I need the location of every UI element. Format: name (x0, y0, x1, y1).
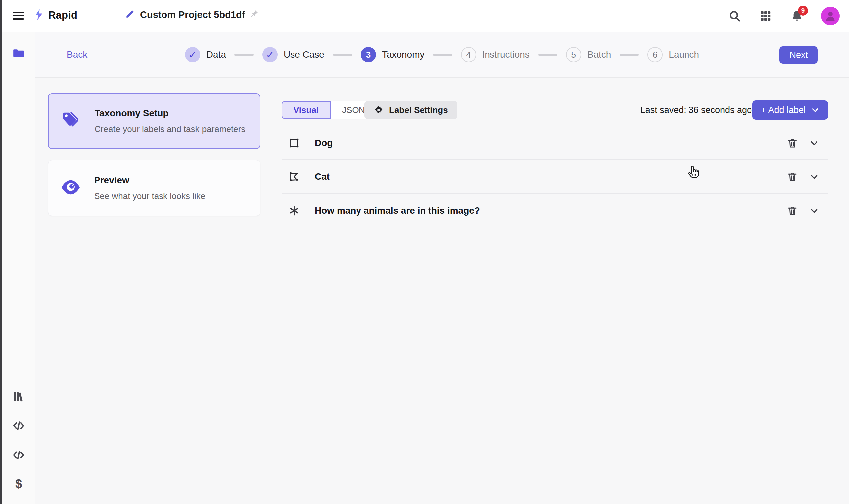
topbar: Rapid Custom Project 5bd1df (0, 0, 849, 32)
step-instructions[interactable]: 4 Instructions (461, 47, 530, 62)
taxonomy-setup-card[interactable]: Taxonomy Setup Create your labels and ta… (48, 93, 260, 149)
step-connector (234, 54, 254, 56)
step-data[interactable]: ✓ Data (185, 47, 226, 62)
step-connector (333, 54, 352, 56)
window-edge (0, 0, 2, 504)
tab-visual[interactable]: Visual (282, 101, 331, 119)
eye-icon (60, 177, 81, 199)
apps-grid-icon[interactable] (759, 9, 773, 23)
label-name: How many animals are in this image? (315, 205, 480, 216)
search-icon[interactable] (728, 9, 742, 23)
polygon-icon (288, 171, 300, 183)
avatar[interactable] (821, 7, 840, 25)
card-subtitle: Create your labels and task parameters (94, 124, 246, 134)
label-settings-button[interactable]: Label Settings (364, 101, 457, 119)
stepper-band: Back ✓ Data ✓ Use Case 3 Taxonomy 4 Inst… (35, 32, 849, 77)
label-name: Cat (315, 172, 330, 182)
dollar-icon[interactable]: $ (11, 476, 26, 492)
label-list: Dog (282, 126, 828, 228)
project-title[interactable]: Custom Project 5bd1df (140, 9, 245, 20)
step-connector (433, 54, 452, 56)
card-title: Preview (94, 175, 205, 186)
folder-icon[interactable] (11, 45, 26, 61)
tags-icon (61, 110, 81, 132)
delete-trash-icon[interactable] (785, 136, 799, 149)
lightning-icon (33, 8, 45, 22)
step-number: 6 (647, 47, 663, 62)
label-name: Dog (315, 138, 332, 148)
edit-pencil-icon[interactable] (125, 8, 135, 21)
expand-chevron-icon[interactable] (808, 136, 821, 149)
hamburger-menu-icon[interactable] (13, 10, 24, 21)
library-icon[interactable] (11, 389, 26, 404)
step-check-icon: ✓ (185, 47, 200, 62)
delete-trash-icon[interactable] (785, 204, 799, 217)
notifications-bell-icon[interactable]: 9 (790, 9, 804, 23)
card-subtitle: See what your task looks like (94, 191, 205, 201)
last-saved-status: Last saved: 36 seconds ago (640, 101, 752, 119)
project-title-group: Custom Project 5bd1df (125, 8, 259, 21)
asterisk-icon (288, 204, 300, 217)
sidebar: $ (2, 32, 35, 504)
label-row-cat[interactable]: Cat (282, 160, 828, 194)
step-use-case[interactable]: ✓ Use Case (262, 47, 324, 62)
step-launch[interactable]: 6 Launch (647, 47, 699, 62)
stepper: ✓ Data ✓ Use Case 3 Taxonomy 4 Instructi… (35, 32, 849, 77)
step-taxonomy[interactable]: 3 Taxonomy (361, 47, 424, 62)
view-mode-switch: Visual JSON (282, 101, 376, 119)
step-connector (538, 54, 558, 56)
step-number: 5 (566, 47, 581, 62)
app-root: Rapid Custom Project 5bd1df (0, 0, 849, 504)
step-number: 3 (361, 47, 376, 62)
step-batch[interactable]: 5 Batch (566, 47, 611, 62)
card-title: Taxonomy Setup (94, 108, 246, 119)
code-icon[interactable] (11, 447, 26, 463)
add-label-text: + Add label (761, 105, 806, 115)
brand-name: Rapid (49, 9, 77, 21)
expand-chevron-icon[interactable] (808, 204, 821, 217)
chevron-down-icon (811, 106, 819, 114)
code-icon[interactable] (11, 418, 26, 434)
gear-icon (374, 105, 384, 115)
label-row-question[interactable]: How many animals are in this image? (282, 194, 828, 228)
add-label-button[interactable]: + Add label (753, 101, 828, 120)
preview-card[interactable]: Preview See what your task looks like (48, 160, 260, 216)
taxonomy-toolbar: Visual JSON Label Settings Last saved: 3… (282, 101, 828, 119)
label-row-dog[interactable]: Dog (282, 126, 828, 160)
delete-trash-icon[interactable] (785, 170, 799, 183)
brand[interactable]: Rapid (33, 8, 77, 22)
notification-badge: 9 (798, 6, 808, 16)
pin-icon[interactable] (250, 9, 259, 20)
next-button[interactable]: Next (779, 47, 818, 64)
expand-chevron-icon[interactable] (808, 170, 821, 183)
label-settings-text: Label Settings (389, 105, 448, 115)
step-number: 4 (461, 47, 476, 62)
bounding-box-icon (288, 137, 300, 149)
topbar-actions: 9 (728, 0, 840, 32)
step-connector (619, 54, 639, 56)
step-check-icon: ✓ (262, 47, 277, 62)
